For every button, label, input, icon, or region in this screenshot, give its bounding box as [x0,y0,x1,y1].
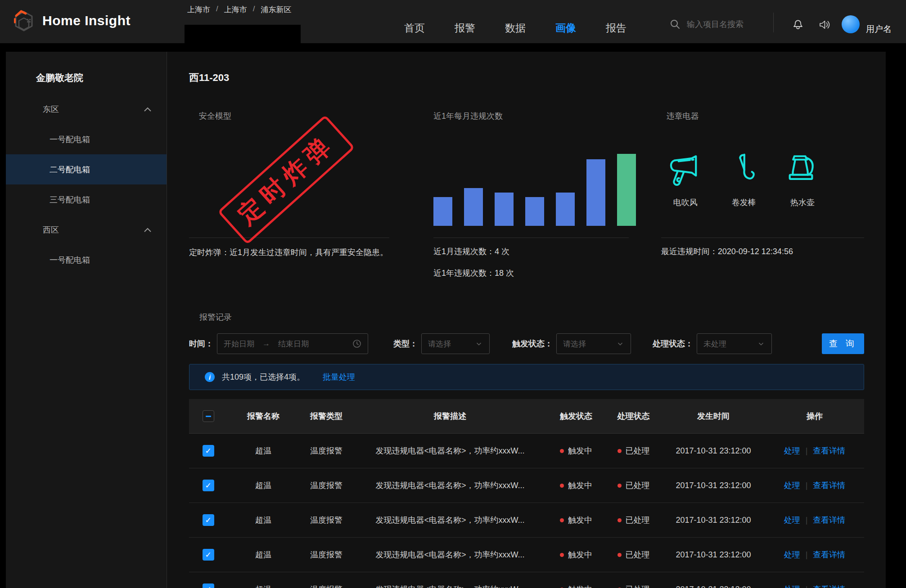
process-link[interactable]: 处理 [784,515,800,525]
chevron-down-icon [475,340,483,348]
view-detail-link[interactable]: 查看详情 [813,549,845,560]
column-header: 处理状态 [605,411,662,422]
nav-item-active[interactable]: 画像 [555,21,576,35]
nav-item-link[interactable]: 数据 [505,21,526,35]
chart-bar [495,193,514,226]
row-checkbox[interactable]: ✓ [203,480,214,491]
appliance-list: 电吹风卷发棒热水壶 [664,151,824,208]
breadcrumb-item[interactable]: 浦东新区 [261,4,291,15]
query-button[interactable]: 查 询 [822,333,864,354]
table-row: ✓超温温度报警发现违规电器<电器名称>，功率约xxxW...触发中已处理2017… [189,434,864,468]
range-arrow-icon: → [262,339,270,348]
sidebar-group-label: 东区 [43,104,59,115]
page-title: 西11-203 [189,71,864,85]
sidebar-item-一号配电箱[interactable]: 一号配电箱 [6,124,167,154]
row-checkbox[interactable]: ✓ [203,514,214,526]
row-checkbox-cell: ✓ [189,445,227,457]
row-checkbox-cell: ✓ [189,549,227,561]
trigger-status-text: 触发中 [568,549,592,560]
page-body: 金鹏敬老院 东区一号配电箱二号配电箱三号配电箱西区一号配电箱 西11-203 安… [0,43,906,588]
chart-bar [464,188,483,226]
trigger-status-text: 触发中 [568,445,592,456]
view-detail-link[interactable]: 查看详情 [813,515,845,525]
search-input[interactable] [686,19,760,30]
alarm-desc-cell: 发现违规电器<电器名称>，功率约xxxW... [353,584,547,588]
nav-item-link[interactable]: 报警 [455,21,475,35]
alarm-name-cell: 超温 [227,515,299,525]
sidebar: 金鹏敬老院 东区一号配电箱二号配电箱三号配电箱西区一号配电箱 [6,52,167,588]
row-checkbox[interactable]: ✓ [203,549,214,561]
view-detail-link[interactable]: 查看详情 [813,480,845,491]
sidebar-item-二号配电箱[interactable]: 二号配电箱 [6,154,167,184]
sidebar-group-东区[interactable]: 东区 [6,94,167,124]
alarm-desc-cell: 发现违规电器<电器名称>，功率约xxxW... [353,549,547,560]
nav-item-link[interactable]: 首页 [404,21,425,35]
project-search[interactable] [670,19,760,30]
view-detail-link[interactable]: 查看详情 [813,584,845,588]
process-link[interactable]: 处理 [784,480,800,491]
process-status-cell: 已处理 [605,515,662,525]
user-avatar[interactable] [842,15,860,33]
column-header: 操作 [765,411,864,422]
sidebar-group-西区[interactable]: 西区 [6,215,167,245]
selection-summary: 共109项，已选择4项。 [222,372,305,382]
sidebar-group-label: 西区 [43,224,59,235]
month-violation-stat: 近1月违规次数：4 次 [433,246,629,257]
trigger-select-value: 请选择 [563,339,586,349]
alarm-type-cell: 温度报警 [299,549,353,560]
sidebar-item-一号配电箱[interactable]: 一号配电箱 [6,245,167,275]
column-header: 发生时间 [662,411,765,422]
process-status-text: 已处理 [626,584,650,588]
row-checkbox-cell: ✓ [189,480,227,491]
column-header: 触发状态 [547,411,605,422]
trigger-status-cell: 触发中 [547,549,605,560]
process-link[interactable]: 处理 [784,445,800,456]
process-status-text: 已处理 [626,549,650,560]
table-row: ✓超温温度报警发现违规电器<电器名称>，功率约xxxW...触发中已处理2017… [189,468,864,503]
appliance-卷发棒: 卷发棒 [722,151,766,208]
select-all-checkbox[interactable] [203,410,214,422]
trigger-status-select[interactable]: 请选择 [556,333,631,354]
breadcrumb-item[interactable]: 上海市 [187,4,210,15]
batch-process-link[interactable]: 批量处理 [323,372,355,382]
breadcrumb-item[interactable]: 上海市 [224,4,247,15]
clock-icon [352,339,361,348]
table-row: ✓超温温度报警发现违规电器<电器名称>，功率约xxxW...触发中已处理2017… [189,538,864,572]
nav-item-link[interactable]: 报告 [606,21,627,35]
user-name[interactable]: 用户名 [866,23,892,35]
breadcrumb-separator: / [253,4,255,15]
view-detail-link[interactable]: 查看详情 [813,445,845,456]
alarm-table: 报警名称报警类型报警描述触发状态处理状态发生时间操作 ✓超温温度报警发现违规电器… [189,399,864,588]
alarm-type-cell: 温度报警 [299,480,353,491]
type-filter-label: 类型： [393,338,418,349]
appliance-热水壶: 热水壶 [781,151,824,208]
illegal-appliances-section: 违章电器 电吹风卷发棒热水壶 最近违规时间：2020-09-12 12:34:5… [661,111,864,289]
redacted-block [185,25,301,47]
action-separator: | [806,585,808,588]
breadcrumb: 上海市/上海市/浦东新区 [187,4,291,15]
type-select[interactable]: 请选择 [421,333,490,354]
status-dot [560,449,564,453]
process-status-select[interactable]: 未处理 [697,333,772,354]
hair-dryer-icon [664,151,707,192]
occur-time-cell: 2017-10-31 23:12:00 [662,550,765,560]
alarm-name-cell: 超温 [227,480,299,491]
bar-chart [433,154,636,226]
notification-bell-icon[interactable] [791,17,805,31]
process-link[interactable]: 处理 [784,549,800,560]
logo-icon [12,9,35,32]
logo[interactable]: Home Insight [12,9,131,32]
process-link[interactable]: 处理 [784,584,800,588]
date-range-picker[interactable]: 开始日期 → 结束日期 [217,333,368,354]
appliance-label: 热水壶 [781,197,824,208]
year-violation-stat: 近1年违规次数：18 次 [433,268,629,278]
sidebar-item-三号配电箱[interactable]: 三号配电箱 [6,184,167,215]
sound-icon[interactable] [817,18,831,31]
row-checkbox[interactable]: ✓ [203,584,214,588]
main-nav: 首页报警数据画像报告 [404,18,627,38]
row-checkbox[interactable]: ✓ [203,445,214,457]
trigger-status-cell: 触发中 [547,584,605,588]
trigger-status-text: 触发中 [568,584,592,588]
alarm-desc-cell: 发现违规电器<电器名称>，功率约xxxW... [353,445,547,456]
risk-stamp: 定时炸弹 [217,115,355,245]
